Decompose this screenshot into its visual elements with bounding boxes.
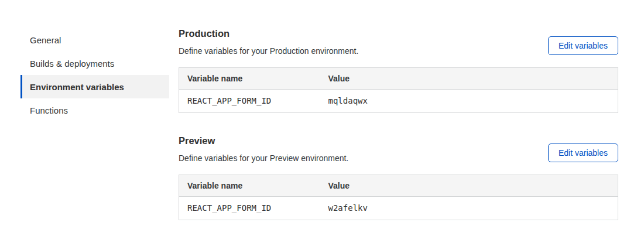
column-header-variable-name: Variable name <box>179 175 320 196</box>
sidebar-item-label: Builds & deployments <box>30 59 114 69</box>
table-header-row: Variable name Value <box>179 175 618 196</box>
production-variables-table: Variable name Value REACT_APP_FORM_ID mq… <box>179 67 618 113</box>
variable-value-cell: w2afelkv <box>320 196 618 220</box>
production-section: Production Define variables for your Pro… <box>179 28 618 113</box>
variable-name-cell: REACT_APP_FORM_ID <box>179 196 320 220</box>
settings-content: Production Define variables for your Pro… <box>179 28 618 220</box>
table-row: REACT_APP_FORM_ID mqldaqwx <box>179 89 618 112</box>
table-row: REACT_APP_FORM_ID w2afelkv <box>179 196 618 220</box>
variable-value-cell: mqldaqwx <box>320 89 618 112</box>
sidebar-item-environment-variables[interactable]: Environment variables <box>20 75 169 98</box>
table-header-row: Variable name Value <box>179 67 618 89</box>
edit-variables-button-preview[interactable]: Edit variables <box>548 144 618 162</box>
environment-variables-settings-page: General Builds & deployments Environment… <box>0 0 644 220</box>
column-header-value: Value <box>320 175 618 196</box>
sidebar-item-general[interactable]: General <box>20 28 169 52</box>
column-header-value: Value <box>320 67 618 89</box>
preview-variables-table: Variable name Value REACT_APP_FORM_ID w2… <box>179 175 618 220</box>
sidebar-item-label: General <box>30 35 61 45</box>
sidebar-item-label: Environment variables <box>30 82 124 92</box>
variable-name-cell: REACT_APP_FORM_ID <box>179 89 320 112</box>
sidebar-item-builds-deployments[interactable]: Builds & deployments <box>20 52 169 75</box>
settings-sidebar: General Builds & deployments Environment… <box>20 28 169 220</box>
sidebar-item-functions[interactable]: Functions <box>20 98 169 122</box>
sidebar-item-label: Functions <box>30 105 68 115</box>
preview-section: Preview Define variables for your Previe… <box>179 135 618 220</box>
edit-variables-button-production[interactable]: Edit variables <box>548 36 618 55</box>
column-header-variable-name: Variable name <box>179 67 320 89</box>
